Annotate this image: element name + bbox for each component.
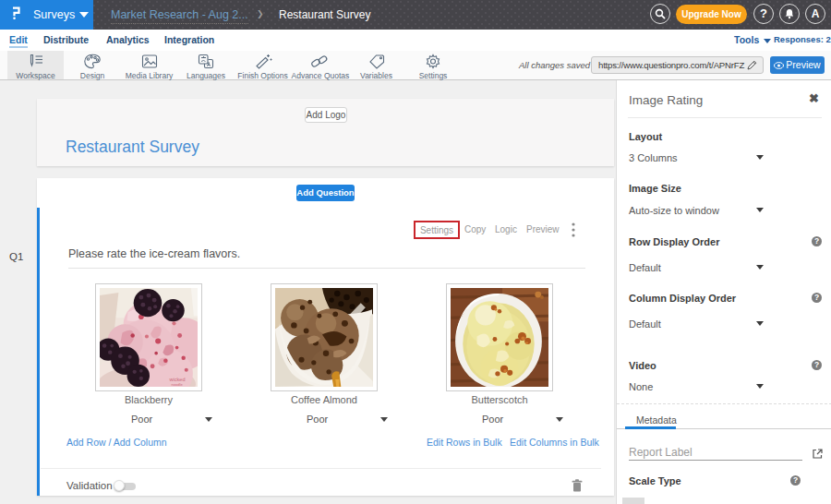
svg-text:noodle: noodle — [171, 382, 183, 387]
